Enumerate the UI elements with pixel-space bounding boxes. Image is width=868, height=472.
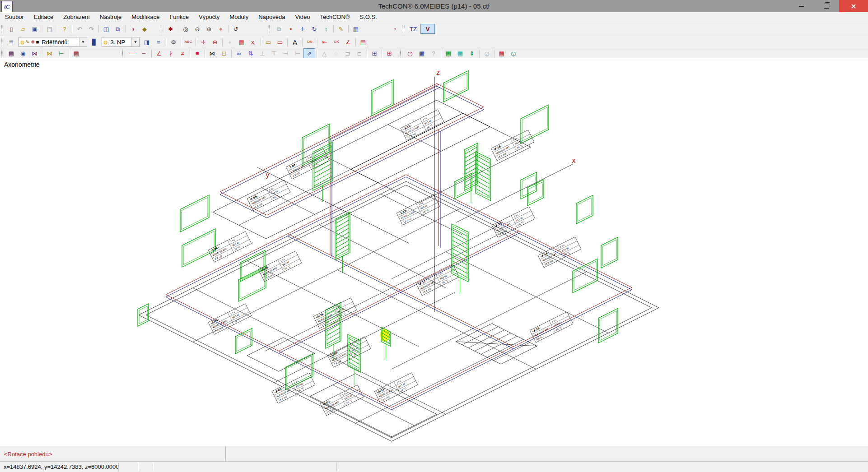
- angle-label-button[interactable]: ∠: [342, 37, 354, 47]
- snap-cross-button[interactable]: ✛: [197, 37, 209, 47]
- riser-arrows-button[interactable]: ⇅: [245, 48, 257, 58]
- pipe-line-button[interactable]: —: [126, 48, 138, 58]
- radiator-sheet-button[interactable]: ▤: [357, 37, 369, 47]
- navigator-compass-button[interactable]: ◑: [127, 24, 139, 34]
- menu-item-video[interactable]: Video: [290, 13, 315, 21]
- menu-item-soubor[interactable]: Soubor: [0, 13, 29, 21]
- pipe-angle-button[interactable]: ∠: [153, 48, 165, 58]
- chevron-down-icon[interactable]: ▼: [131, 38, 139, 46]
- grid-calc-button[interactable]: ▦: [416, 48, 428, 58]
- measure-button[interactable]: ↕: [320, 24, 332, 34]
- floor-combobox[interactable]: ◍3. NP▼: [102, 37, 140, 47]
- view-3d-button[interactable]: ◆: [139, 24, 150, 34]
- snap-rotate-button[interactable]: ⊛: [209, 37, 221, 47]
- radiator-cyan-button[interactable]: ▤: [454, 48, 466, 58]
- close-button[interactable]: ✕: [839, 0, 868, 12]
- axonometric-drawing[interactable]: -3.11-KORALUX KRT10.6 m21 ks555 W20 °C-3…: [0, 58, 868, 446]
- menu-item-sos[interactable]: S.O.S.: [355, 13, 382, 21]
- radiator[interactable]: [521, 172, 537, 199]
- help-button[interactable]: ?: [59, 24, 70, 34]
- diagonal-view-button[interactable]: ⇗: [303, 48, 315, 58]
- dn-dimension-button[interactable]: DN: [304, 37, 316, 47]
- zoom-previous-button[interactable]: ↺: [230, 24, 242, 34]
- pipe-end-1-button[interactable]: ⊥: [257, 48, 268, 58]
- menu-item-zobrazen[interactable]: Zobrazení: [58, 13, 95, 21]
- spec-sheet-button[interactable]: ▤: [70, 48, 82, 58]
- minimize-button[interactable]: [789, 0, 814, 12]
- pipe-end-2-button[interactable]: ⊤: [268, 48, 280, 58]
- menu-item-editace[interactable]: Editace: [29, 13, 58, 21]
- settings-wrench-button[interactable]: ⚙: [168, 37, 179, 47]
- radiator[interactable]: [521, 105, 549, 143]
- save-button[interactable]: ▣: [29, 24, 41, 34]
- cascade-window-button[interactable]: ⧉: [112, 24, 124, 34]
- radiator[interactable]: [335, 212, 350, 273]
- toolbar-handle[interactable]: [122, 50, 125, 57]
- rotate-button[interactable]: ↻: [308, 24, 320, 34]
- stamp-question-button[interactable]: ?: [428, 48, 439, 58]
- gk-symbol-button[interactable]: GK: [331, 37, 342, 47]
- pair-points-button[interactable]: ∞: [233, 48, 245, 58]
- toolbar-handle[interactable]: [1, 38, 4, 46]
- pump-button[interactable]: ◉: [17, 48, 29, 58]
- zoom-out-button[interactable]: ⊖: [191, 24, 203, 34]
- radiator[interactable]: [235, 329, 252, 354]
- zoom-window-button[interactable]: ⌖: [215, 24, 227, 34]
- menu-item-moduly[interactable]: Moduly: [224, 13, 253, 21]
- toolbar-handle[interactable]: [1, 50, 4, 57]
- dn-edit-button[interactable]: ⇤: [319, 37, 331, 47]
- pipe-dashed-button[interactable]: ╌: [138, 48, 150, 58]
- zoom-extents-button[interactable]: ◎: [180, 24, 191, 34]
- pie-edit-button[interactable]: ◔: [389, 24, 401, 34]
- radiator[interactable]: [598, 309, 618, 343]
- radiator-table-button[interactable]: ▤: [5, 48, 17, 58]
- ruler-button[interactable]: ▭: [262, 37, 274, 47]
- chevron-down-icon[interactable]: ▼: [79, 38, 87, 46]
- ruler-red-button[interactable]: ▭: [274, 37, 286, 47]
- radiator[interactable]: [371, 80, 393, 116]
- valve-insert-button[interactable]: ⋈: [206, 48, 218, 58]
- undo-button[interactable]: ↶: [74, 24, 85, 34]
- warning-button[interactable]: △: [318, 48, 330, 58]
- menu-item-techcon[interactable]: TechCON®: [315, 13, 355, 21]
- zoom-in-button[interactable]: ⊕: [203, 24, 215, 34]
- radiator[interactable]: [138, 304, 149, 326]
- valve-button[interactable]: ⋈: [29, 48, 41, 58]
- recalculate-button[interactable]: ✱: [165, 24, 177, 34]
- segment-1-button[interactable]: ⊐: [342, 48, 354, 58]
- segment-2-button[interactable]: ⊏: [354, 48, 365, 58]
- menu-item-funkce[interactable]: Funkce: [164, 13, 194, 21]
- pipe-end-3-button[interactable]: ⊣: [280, 48, 292, 58]
- text-edit-button[interactable]: ◨: [141, 37, 153, 47]
- table-blue-button[interactable]: ⊞: [369, 48, 380, 58]
- pipe-slash-button[interactable]: ∤: [165, 48, 177, 58]
- grid-redgreen-button[interactable]: ⊞: [383, 48, 395, 58]
- toolbar-handle[interactable]: [161, 25, 163, 33]
- hand-pick-button[interactable]: ◌: [330, 48, 342, 58]
- menu-item-modifikace[interactable]: Modifikace: [126, 13, 164, 21]
- fitting-button[interactable]: ⊢: [56, 48, 67, 58]
- layer-combobox[interactable]: ◍✎❖■Rděřňódů▼: [19, 37, 87, 47]
- radiator[interactable]: [601, 237, 618, 268]
- valve-box-button[interactable]: ⊡: [218, 48, 230, 58]
- project-book-button[interactable]: ▊: [89, 37, 100, 47]
- drawing-canvas[interactable]: Axonometrie -3.11-KORALUX KRT10.6 m21 ks…: [0, 58, 868, 446]
- radiator[interactable]: [182, 229, 215, 267]
- toolbar-handle[interactable]: [400, 50, 403, 57]
- abc-text-button[interactable]: ABC: [182, 37, 194, 47]
- new-file-button[interactable]: ▯: [5, 24, 17, 34]
- insert-point-button[interactable]: •: [285, 24, 297, 34]
- menu-item-vpoty[interactable]: Výpočty: [194, 13, 224, 21]
- coil-gray-button[interactable]: ◶: [481, 48, 493, 58]
- valve-yellow-button[interactable]: ⋈: [44, 48, 56, 58]
- menu-item-nstroje[interactable]: Nástroje: [95, 13, 126, 21]
- pipe-end-4-button[interactable]: ⊢: [292, 48, 303, 58]
- toolbar-handle[interactable]: [1, 25, 4, 33]
- coil-teal-button[interactable]: ◵: [508, 48, 519, 58]
- grid-button[interactable]: ▦: [350, 24, 362, 34]
- redo-button[interactable]: ↷: [85, 24, 97, 34]
- delete-node-button[interactable]: x‚: [247, 37, 259, 47]
- split-window-button[interactable]: ◫: [100, 24, 112, 34]
- add-node-button[interactable]: +: [224, 37, 236, 47]
- toolbar-handle[interactable]: [269, 25, 272, 33]
